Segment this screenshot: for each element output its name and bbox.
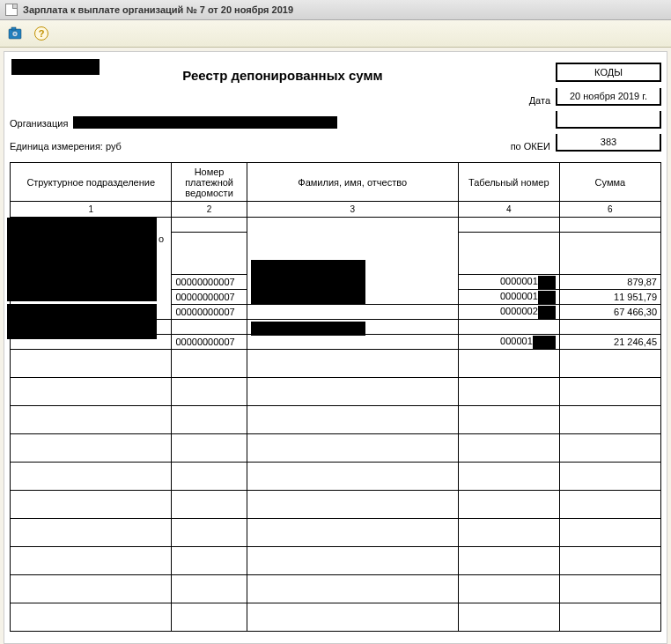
col-sum: Сумма xyxy=(559,163,660,202)
table-header-row: Структурное подразделение Номер платежно… xyxy=(11,163,661,202)
okei-label: по ОКЕИ xyxy=(498,141,550,152)
redacted-block xyxy=(538,276,556,289)
codes-header: КОДЫ xyxy=(556,63,661,82)
codes-blank xyxy=(556,111,661,129)
redacted-block xyxy=(7,218,157,301)
table-row xyxy=(11,519,661,547)
sum-cell: 67 466,30 xyxy=(559,305,660,320)
redacted-block xyxy=(11,59,100,75)
tab-cell: 0000001 xyxy=(458,275,559,290)
tab-cell: 0000002 xyxy=(458,305,559,320)
sum-cell: 21 246,45 xyxy=(559,335,660,350)
org-label: Организация xyxy=(10,118,68,129)
table-row xyxy=(11,575,661,603)
tab-cell: 000001 xyxy=(458,335,559,350)
vedom-cell: 00000000007 xyxy=(172,275,247,290)
table-row xyxy=(11,491,661,519)
document-icon xyxy=(5,4,18,16)
tab-cell: 0000001 xyxy=(458,290,559,305)
sum-cell: 11 951,79 xyxy=(559,290,660,305)
vedom-cell: 00000000007 xyxy=(172,290,247,305)
col-vedom: Номер платежной ведомости xyxy=(172,163,247,202)
vedom-cell: 00000000007 xyxy=(172,335,247,350)
table-colnum-row: 1 2 3 4 6 xyxy=(11,202,661,218)
vedom-cell: 00000000007 xyxy=(172,305,247,320)
table-row xyxy=(11,603,661,632)
redacted-fio xyxy=(251,260,365,304)
okei-value: 383 xyxy=(556,134,661,152)
table-row xyxy=(11,350,661,378)
redacted-block xyxy=(533,336,556,349)
svg-rect-1 xyxy=(11,27,16,30)
col-tab: Табельный номер xyxy=(458,163,559,202)
toolbar: ? xyxy=(0,20,671,48)
table-row xyxy=(11,547,661,575)
col-struct: Структурное подразделение xyxy=(11,163,172,202)
sum-cell: 879,87 xyxy=(559,275,660,290)
table-row xyxy=(11,463,661,491)
col-fio: Фамилия, имя, отчество xyxy=(247,163,458,202)
data-table: Структурное подразделение Номер платежно… xyxy=(10,162,661,632)
table-row xyxy=(11,434,661,463)
redacted-org xyxy=(73,116,337,129)
help-icon: ? xyxy=(34,26,48,41)
date-value: 20 ноября 2019 г. xyxy=(556,88,661,106)
save-button[interactable] xyxy=(5,24,25,43)
redacted-block xyxy=(7,304,157,339)
report-page: Реестр депонированных сумм КОДЫ Дата 20 … xyxy=(4,51,667,644)
floppy-camera-icon xyxy=(8,26,22,41)
redacted-block xyxy=(538,291,556,304)
window-title: Зарплата к выплате организаций № 7 от 20… xyxy=(23,4,293,15)
svg-point-3 xyxy=(14,33,17,35)
unit-label: Единица измерения: руб xyxy=(10,141,122,152)
table-row: о 1 xyxy=(11,218,661,233)
date-label: Дата xyxy=(498,95,550,106)
redacted-fio xyxy=(251,322,365,336)
redacted-block xyxy=(538,306,556,319)
struct-cell: о 1 xyxy=(11,218,172,320)
codes-box: КОДЫ xyxy=(556,63,661,83)
table-row xyxy=(11,406,661,434)
window-title-bar: Зарплата к выплате организаций № 7 от 20… xyxy=(0,0,671,20)
table-row xyxy=(11,378,661,406)
help-button[interactable]: ? xyxy=(32,24,51,43)
